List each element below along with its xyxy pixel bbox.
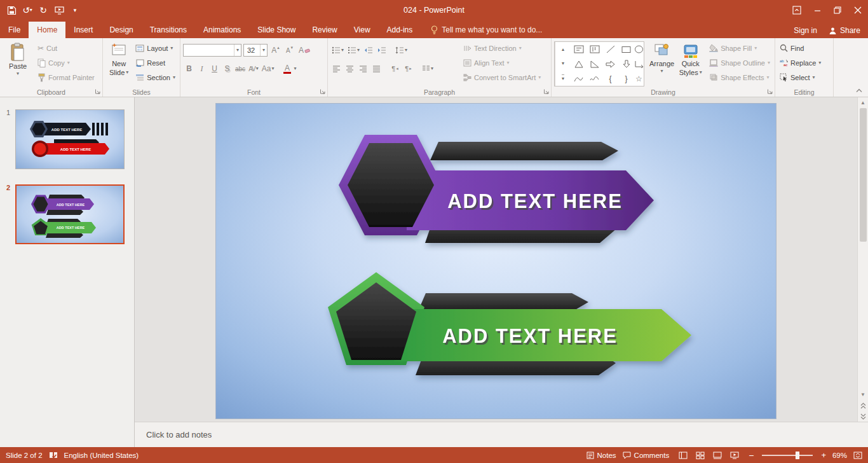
purple-banner[interactable]: ADD TEXT HERE ADD TEXT HERE [339, 135, 654, 243]
clipboard-dialog-launcher[interactable] [95, 88, 101, 95]
section-button[interactable]: Section ▾ [133, 70, 177, 85]
shape-arrow-right[interactable] [602, 57, 618, 71]
zoom-level[interactable]: 69% [832, 452, 847, 459]
shape-curve[interactable] [571, 71, 587, 86]
tab-review[interactable]: Review [304, 22, 345, 38]
shape-arrow-down[interactable] [618, 57, 634, 71]
scroll-down-button[interactable]: ▼ [858, 389, 868, 400]
tab-slide-show[interactable]: Slide Show [249, 22, 304, 38]
replace-button[interactable]: abac Replace ▾ [778, 55, 823, 70]
reading-view-button[interactable] [710, 448, 725, 462]
find-button[interactable]: Find [778, 41, 823, 55]
start-from-beginning-button[interactable] [51, 2, 67, 18]
layout-button[interactable]: Layout ▾ [133, 41, 177, 55]
slide-thumbnail-2[interactable]: 2 ADD TEXT HERE [15, 184, 127, 244]
slide-thumbnail-1[interactable]: 1 ADD TEXT HERE [15, 109, 127, 169]
slide-show-button[interactable] [727, 448, 742, 462]
justify-button[interactable] [370, 62, 383, 76]
shape-rectangle[interactable] [618, 42, 634, 57]
language-indicator[interactable]: English (United States) [64, 452, 139, 459]
tell-me-box[interactable]: Tell me what you want to do... [431, 25, 542, 38]
sign-in-link[interactable]: Sign in [794, 26, 817, 35]
cut-button[interactable]: ✂ Cut [36, 41, 97, 55]
arrange-button[interactable]: Arrange ▾ [648, 41, 676, 86]
shape-elbow-connector[interactable] [634, 57, 644, 71]
zoom-slider-thumb[interactable] [796, 452, 799, 459]
align-right-button[interactable] [357, 62, 369, 76]
fit-to-window-button[interactable] [853, 452, 862, 459]
paragraph-dialog-launcher[interactable] [543, 88, 550, 95]
columns-button[interactable]: ▾ [421, 62, 435, 76]
font-dialog-launcher[interactable] [320, 88, 326, 95]
rtl-text-direction-button[interactable]: ¶▸ [402, 62, 414, 76]
shape-effects-button[interactable]: Shape Effects ▾ [707, 70, 772, 85]
banner-top-text[interactable]: ADD TEXT HERE [447, 190, 623, 212]
collapse-ribbon-button[interactable] [855, 88, 863, 94]
scrollbar-thumb[interactable] [860, 108, 867, 242]
align-left-button[interactable] [330, 62, 342, 76]
select-button[interactable]: Select ▾ [778, 70, 823, 85]
zoom-out-button[interactable]: − [749, 450, 754, 460]
tab-view[interactable]: View [346, 22, 379, 38]
paste-button[interactable]: Paste ▾ [3, 41, 33, 86]
bold-button[interactable]: B [183, 62, 195, 76]
tab-animations[interactable]: Animations [195, 22, 249, 38]
restore-button[interactable] [827, 0, 848, 20]
character-spacing-button[interactable]: AV▾ [247, 62, 260, 76]
slide-canvas[interactable]: ADD TEXT HERE ADD TEXT HERE ADD TEXT HER… [216, 104, 776, 418]
shape-triangle[interactable] [571, 57, 587, 71]
notes-toggle[interactable]: Notes [587, 452, 616, 459]
ribbon-display-options-button[interactable] [787, 0, 807, 20]
increase-indent-button[interactable] [376, 43, 388, 57]
format-painter-button[interactable]: Format Painter [36, 70, 97, 85]
drawing-dialog-launcher[interactable] [767, 88, 773, 95]
spellcheck-button[interactable] [49, 451, 58, 459]
decrease-indent-button[interactable] [362, 43, 374, 57]
clear-formatting-button[interactable]: A [297, 43, 311, 57]
undo-button[interactable]: ↺▾ [20, 2, 35, 18]
reset-button[interactable]: Reset [133, 55, 177, 70]
shape-left-brace[interactable]: { [602, 71, 618, 86]
convert-to-smartart-button[interactable]: Convert to SmartArt ▾ [461, 70, 543, 85]
underline-button[interactable]: U [208, 62, 220, 76]
tab-file[interactable]: File [0, 22, 29, 38]
previous-slide-button[interactable] [858, 400, 868, 411]
text-shadow-button[interactable]: S [221, 62, 233, 76]
redo-button[interactable]: ↻ [36, 2, 51, 18]
scroll-up-button[interactable]: ▲ [858, 97, 868, 108]
tab-design[interactable]: Design [101, 22, 141, 38]
shape-outline-button[interactable]: Shape Outline ▾ [707, 55, 772, 70]
align-text-button[interactable]: Align Text ▾ [461, 55, 543, 70]
shape-fill-button[interactable]: Shape Fill ▾ [707, 41, 772, 55]
shape-star[interactable]: ☆ [634, 71, 644, 86]
vertical-scrollbar[interactable]: ▲ ▼ [857, 97, 868, 422]
grow-font-button[interactable]: A▴ [269, 43, 281, 57]
tab-add-ins[interactable]: Add-ins [379, 22, 421, 38]
comments-toggle[interactable]: Comments [623, 452, 670, 459]
tab-home[interactable]: Home [29, 22, 65, 38]
copy-button[interactable]: Copy ▾ [36, 55, 97, 70]
next-slide-button[interactable] [858, 411, 868, 422]
italic-button[interactable]: I [196, 62, 208, 76]
customize-qat-button[interactable]: ▾ [67, 2, 83, 18]
zoom-slider[interactable] [762, 455, 813, 456]
save-button[interactable] [4, 2, 19, 18]
ltr-text-direction-button[interactable]: ¶◂ [389, 62, 401, 76]
shape-right-triangle[interactable] [587, 57, 602, 71]
slide-indicator[interactable]: Slide 2 of 2 [6, 452, 43, 459]
new-slide-button[interactable]: New Slide▾ [105, 41, 132, 86]
shape-vertical-text-box[interactable] [587, 42, 602, 57]
align-center-button[interactable] [344, 62, 356, 76]
shape-text-box[interactable] [571, 42, 587, 57]
shape-right-brace[interactable]: } [618, 71, 634, 86]
strikethrough-button[interactable]: abc [234, 62, 247, 76]
shape-line[interactable] [602, 42, 618, 57]
tab-insert[interactable]: Insert [65, 22, 101, 38]
normal-view-button[interactable] [675, 448, 691, 462]
tab-transitions[interactable]: Transitions [142, 22, 195, 38]
shapes-gallery-scroll[interactable]: ▴ ▾ ▾ [555, 42, 571, 86]
change-case-button[interactable]: Aa▾ [261, 62, 276, 76]
font-color-button[interactable]: A [281, 62, 293, 76]
slide-sorter-view-button[interactable] [693, 448, 708, 462]
shrink-font-button[interactable]: A▾ [283, 43, 295, 57]
